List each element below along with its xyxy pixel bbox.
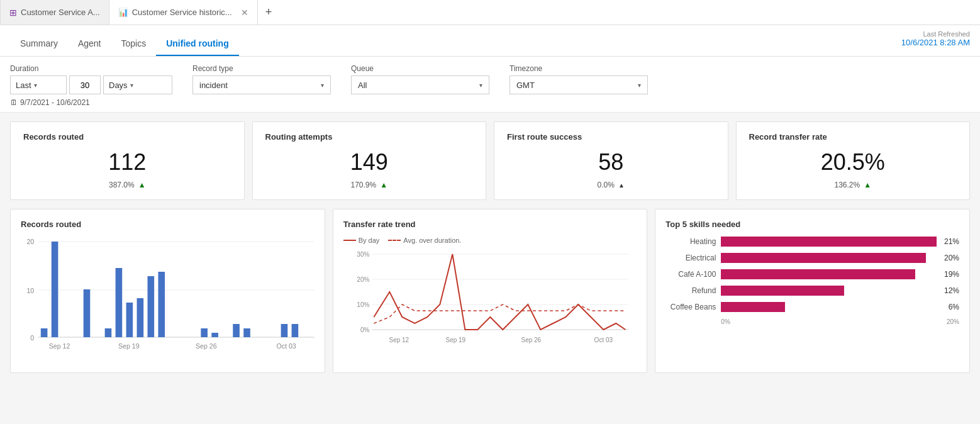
- chevron-down-icon: ▾: [479, 82, 482, 89]
- tab-summary[interactable]: Summary: [10, 30, 68, 56]
- last-refreshed-label: Last Refreshed: [901, 30, 970, 38]
- skill-bar-container: [721, 253, 937, 263]
- skill-row-refund: Refund 12%: [665, 286, 959, 296]
- tab-unified-routing[interactable]: Unified routing: [156, 30, 239, 56]
- kpi-value: 58: [507, 149, 715, 176]
- filter-bar: Duration Last ▾ Days ▾ Record type incid…: [0, 57, 980, 113]
- tab-topics[interactable]: Topics: [111, 30, 157, 56]
- duration-filter-group: Duration Last ▾ Days ▾: [10, 64, 172, 94]
- skill-pct: 19%: [944, 270, 959, 279]
- svg-text:Sep 26: Sep 26: [521, 337, 541, 343]
- kpi-title: Record transfer rate: [749, 132, 957, 142]
- kpi-record-transfer-rate: Record transfer rate 20.5% 136.2% ▲: [736, 121, 971, 200]
- skills-x-axis: 0% 20%: [665, 318, 959, 325]
- skill-label: Café A-100: [665, 270, 716, 279]
- trend-arrow: ▲: [138, 181, 146, 189]
- chart-legend: By day Avg. over duration.: [343, 237, 637, 244]
- kpi-first-route-success: First route success 58 0.0% ▲: [494, 121, 728, 200]
- last-refreshed: Last Refreshed 10/6/2021 8:28 AM: [901, 30, 970, 47]
- duration-value-input[interactable]: [69, 75, 101, 94]
- svg-text:0: 0: [30, 335, 34, 342]
- skill-bar-container: [721, 286, 937, 296]
- line-chart-title: Transfer rate trend: [343, 220, 637, 229]
- skill-bar: [721, 237, 937, 247]
- tab-agent[interactable]: Agent: [68, 30, 111, 56]
- trend-arrow: ▲: [618, 182, 625, 189]
- kpi-row: Records routed 112 387.0% ▲ Routing atte…: [10, 121, 970, 200]
- kpi-value: 149: [265, 149, 474, 176]
- svg-text:Oct 03: Oct 03: [277, 343, 296, 350]
- line-chart-card: Transfer rate trend By day Avg. over dur…: [333, 209, 648, 373]
- bar-chart: 20 10 0: [21, 237, 315, 362]
- svg-text:20: 20: [26, 238, 34, 245]
- skill-row-coffee: Coffee Beans 6%: [665, 302, 959, 312]
- svg-rect-25: [243, 328, 250, 337]
- skill-pct: 20%: [944, 254, 959, 262]
- chart-icon: 📊: [118, 8, 128, 17]
- svg-text:30%: 30%: [357, 251, 369, 258]
- tab-app-label: Customer Service A...: [21, 8, 100, 17]
- tab-bar: ⊞ Customer Service A... 📊 Customer Servi…: [0, 0, 980, 25]
- skill-label: Heating: [665, 237, 716, 246]
- duration-unit-select[interactable]: Days ▾: [103, 75, 172, 94]
- legend-by-day-label: By day: [359, 237, 380, 244]
- svg-text:Sep 12: Sep 12: [389, 337, 409, 343]
- skills-chart-card: Top 5 skills needed Heating 21% Electric…: [655, 209, 970, 373]
- svg-text:Sep 26: Sep 26: [196, 343, 217, 350]
- svg-text:0%: 0%: [360, 326, 370, 333]
- calendar-icon: 🗓: [10, 98, 18, 107]
- last-refreshed-value: 10/6/2021 8:28 AM: [901, 38, 970, 47]
- legend-by-day: By day: [343, 237, 380, 244]
- queue-select[interactable]: All ▾: [351, 75, 489, 94]
- chevron-down-icon: ▾: [130, 82, 133, 89]
- svg-rect-16: [148, 276, 155, 337]
- kpi-value: 20.5%: [749, 149, 957, 176]
- svg-text:Sep 19: Sep 19: [118, 343, 140, 350]
- timezone-filter-group: Timezone GMT ▾: [509, 64, 648, 94]
- date-range: 🗓 9/7/2021 - 10/6/2021: [10, 98, 970, 107]
- record-type-label: Record type: [192, 64, 331, 73]
- record-type-select[interactable]: incident ▾: [192, 75, 331, 94]
- kpi-title: Records routed: [23, 132, 231, 142]
- main-content: Records routed 112 387.0% ▲ Routing atte…: [0, 113, 980, 382]
- kpi-routing-attempts: Routing attempts 149 170.9% ▲: [252, 121, 487, 200]
- skills-chart-title: Top 5 skills needed: [665, 220, 959, 229]
- kpi-change: 136.2%: [834, 181, 860, 189]
- timezone-select[interactable]: GMT ▾: [509, 75, 648, 94]
- chevron-down-icon: ▾: [638, 82, 641, 89]
- add-tab-button[interactable]: +: [258, 6, 280, 19]
- trend-arrow: ▲: [380, 181, 387, 189]
- svg-rect-15: [137, 298, 144, 337]
- kpi-change: 0.0%: [598, 181, 615, 189]
- svg-rect-7: [52, 242, 58, 337]
- skill-bar-container: [721, 302, 940, 312]
- chevron-down-icon: ▾: [34, 82, 37, 89]
- chart-row: Records routed 20 10 0: [10, 209, 970, 373]
- skill-row-heating: Heating 21%: [665, 237, 959, 247]
- record-type-filter-group: Record type incident ▾: [192, 64, 331, 94]
- x-label-20: 20%: [947, 318, 959, 325]
- tab-historic[interactable]: 📊 Customer Service historic... ✕: [109, 0, 258, 25]
- kpi-change: 387.0%: [109, 181, 135, 189]
- bar-chart-svg: 20 10 0: [21, 237, 315, 356]
- queue-filter-group: Queue All ▾: [351, 64, 489, 94]
- kpi-records-routed: Records routed 112 387.0% ▲: [10, 121, 245, 200]
- skill-label: Electrical: [665, 254, 716, 262]
- duration-preset-select[interactable]: Last ▾: [10, 75, 67, 94]
- svg-rect-13: [116, 268, 123, 337]
- skill-label: Coffee Beans: [665, 303, 716, 311]
- tab-app[interactable]: ⊞ Customer Service A...: [0, 0, 109, 25]
- skill-bar-container: [721, 237, 937, 247]
- bar-chart-title: Records routed: [21, 220, 315, 229]
- svg-rect-17: [158, 272, 165, 337]
- svg-rect-28: [292, 324, 299, 337]
- svg-text:Oct 03: Oct 03: [594, 337, 613, 343]
- svg-rect-27: [281, 324, 288, 337]
- svg-text:Sep 12: Sep 12: [49, 343, 70, 350]
- duration-label: Duration: [10, 64, 172, 73]
- close-icon[interactable]: ✕: [241, 8, 248, 18]
- svg-rect-22: [211, 333, 218, 337]
- chevron-down-icon: ▾: [321, 82, 324, 89]
- kpi-footer: 0.0% ▲: [507, 181, 715, 189]
- skill-label: Refund: [665, 286, 716, 295]
